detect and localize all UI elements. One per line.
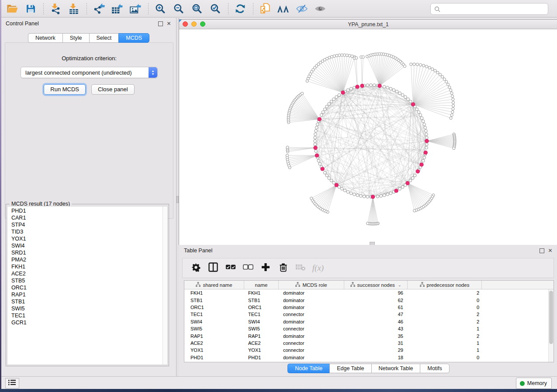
export-network-button[interactable] <box>91 2 106 15</box>
network-node[interactable] <box>353 86 356 89</box>
network-node[interactable] <box>448 86 451 89</box>
network-node[interactable] <box>443 78 446 80</box>
network-node[interactable] <box>423 123 426 126</box>
function-builder-button[interactable]: f(x) <box>310 261 326 275</box>
network-node[interactable] <box>386 86 389 89</box>
mcds-result-list[interactable]: PHD1CAR1STP4TID3YOX1SWI4SRD1PMA2FKH1ACE2… <box>7 206 163 364</box>
network-node[interactable] <box>451 95 454 97</box>
mcds-hub-node[interactable] <box>416 170 419 173</box>
mcds-result-item[interactable]: PHD1 <box>11 207 163 214</box>
network-node[interactable] <box>314 133 317 136</box>
delete-column-button[interactable] <box>275 261 291 275</box>
mcds-hub-node[interactable] <box>318 117 321 121</box>
network-node[interactable] <box>412 177 415 180</box>
zoom-window-button[interactable] <box>200 21 205 27</box>
mcds-hub-node[interactable] <box>360 84 364 88</box>
network-node[interactable] <box>330 179 333 182</box>
mcds-hub-node[interactable] <box>412 103 415 106</box>
mcds-result-item[interactable]: STB1 <box>11 298 163 305</box>
network-node[interactable] <box>439 73 441 76</box>
network-node[interactable] <box>353 193 356 196</box>
network-node[interactable] <box>341 54 343 56</box>
network-node[interactable] <box>425 133 428 136</box>
network-node[interactable] <box>409 179 412 182</box>
table-row[interactable]: TEC1TEC1connector472 <box>184 311 554 318</box>
tab-motifs[interactable]: Motifs <box>420 364 449 373</box>
network-node[interactable] <box>333 55 336 57</box>
network-node[interactable] <box>426 136 429 139</box>
network-node[interactable] <box>318 162 322 165</box>
network-node[interactable] <box>332 182 336 185</box>
network-node[interactable] <box>325 174 329 177</box>
network-node[interactable] <box>389 87 392 90</box>
mcds-result-item[interactable]: YOX1 <box>11 235 163 242</box>
network-node[interactable] <box>452 104 455 107</box>
network-graph[interactable] <box>179 29 557 245</box>
network-node[interactable] <box>452 101 454 104</box>
mcds-hub-node[interactable] <box>335 183 338 187</box>
tab-style[interactable]: Style <box>62 33 89 43</box>
network-node[interactable] <box>441 76 444 78</box>
tab-edge-table[interactable]: Edge Table <box>329 364 371 373</box>
network-node[interactable] <box>383 85 386 88</box>
network-node[interactable] <box>315 150 318 153</box>
panel-menu-button[interactable] <box>5 378 19 389</box>
network-node[interactable] <box>373 84 376 87</box>
network-node[interactable] <box>436 71 439 74</box>
network-node[interactable] <box>392 89 395 92</box>
network-node[interactable] <box>389 192 392 195</box>
mcds-result-item[interactable]: TEC1 <box>11 312 163 319</box>
criterion-dropdown[interactable]: largest connected component (undirected)… <box>21 67 158 78</box>
network-node[interactable] <box>332 98 336 101</box>
table-row[interactable]: FKH1FKH1dominator962 <box>184 289 554 296</box>
network-node[interactable] <box>401 93 404 96</box>
network-node[interactable] <box>360 195 363 198</box>
column-header-name[interactable]: name <box>244 281 279 289</box>
network-node[interactable] <box>452 107 454 110</box>
mcds-result-item[interactable]: STB5 <box>11 277 163 284</box>
table-row[interactable]: PHD1PHD1dominator180 <box>184 354 554 361</box>
network-node[interactable] <box>346 190 349 193</box>
network-node[interactable] <box>419 64 422 66</box>
show-column-panel-button[interactable] <box>205 261 221 275</box>
network-node[interactable] <box>451 110 454 113</box>
show-all-button[interactable] <box>313 2 328 15</box>
mcds-hub-node[interactable] <box>314 146 317 150</box>
network-node[interactable] <box>450 92 453 94</box>
import-table-button[interactable] <box>66 2 81 15</box>
mcds-result-item[interactable]: SRD1 <box>11 249 163 256</box>
mcds-hub-node[interactable] <box>425 139 429 143</box>
hide-selected-button[interactable] <box>294 2 309 15</box>
mcds-result-item[interactable]: RAP1 <box>11 291 163 298</box>
network-node[interactable] <box>346 89 349 92</box>
network-node[interactable] <box>355 57 358 59</box>
network-node[interactable] <box>410 63 412 65</box>
network-node[interactable] <box>414 174 417 177</box>
network-node[interactable] <box>409 100 412 103</box>
network-node[interactable] <box>320 113 323 117</box>
network-node[interactable] <box>404 96 407 99</box>
tab-network[interactable]: Network <box>28 33 62 43</box>
open-file-button[interactable] <box>5 2 20 15</box>
network-node[interactable] <box>395 90 398 93</box>
network-node[interactable] <box>348 54 351 57</box>
network-node[interactable] <box>413 210 416 212</box>
mcds-hub-node[interactable] <box>378 84 381 88</box>
network-node[interactable] <box>367 222 369 225</box>
import-network-button[interactable] <box>48 2 63 15</box>
network-node[interactable] <box>301 92 303 95</box>
network-node[interactable] <box>445 80 448 83</box>
tab-select[interactable]: Select <box>89 33 119 43</box>
network-node[interactable] <box>338 54 341 56</box>
network-node[interactable] <box>425 146 428 149</box>
close-table-panel-icon[interactable]: ✕ <box>547 248 553 254</box>
network-node[interactable] <box>398 92 401 95</box>
mcds-result-item[interactable]: TID3 <box>11 228 163 235</box>
select-all-button[interactable] <box>223 261 239 275</box>
network-node[interactable] <box>452 98 454 101</box>
mcds-hub-node[interactable] <box>424 151 427 155</box>
table-row[interactable]: SWI5SWI5connector431 <box>184 325 554 332</box>
mcds-result-item[interactable]: ORC1 <box>11 284 163 291</box>
network-node[interactable] <box>407 98 410 101</box>
mcds-result-item[interactable]: ACE2 <box>11 270 163 277</box>
